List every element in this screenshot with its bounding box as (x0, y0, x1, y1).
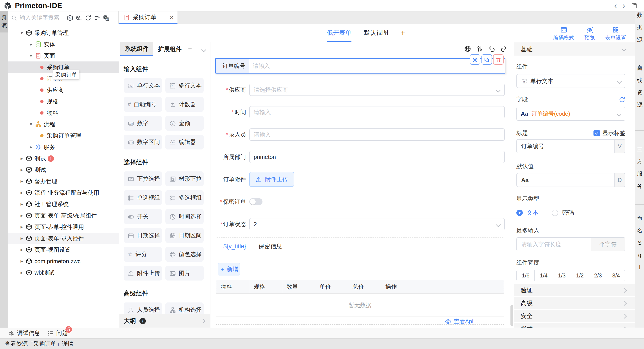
width-option-3-4[interactable]: 3/4 (607, 270, 625, 281)
caret-right-icon[interactable]: ▸ (19, 156, 24, 161)
palette-menu-icon[interactable] (188, 46, 192, 53)
right-strip-tab[interactable]: 三方服务 (635, 130, 644, 205)
search-input[interactable]: 输入关键字搜索 (11, 14, 66, 21)
palette-item[interactable]: ¥金额 (166, 116, 204, 131)
palette-item[interactable]: 多选框组 (166, 190, 204, 205)
caret-right-icon[interactable]: ▸ (19, 190, 24, 196)
caret-right-icon[interactable]: ▸ (19, 258, 24, 264)
palette-item[interactable]: 计数器 (166, 97, 204, 112)
tree-item[interactable]: 供应商 (8, 84, 119, 96)
tree-item[interactable]: 规格 (8, 96, 119, 107)
tree-item[interactable]: ▸wbl测试 (8, 267, 119, 278)
tree-item[interactable]: ▸服务 (8, 141, 119, 153)
component-select[interactable]: A 单行文本 (516, 74, 625, 88)
width-option-1-4[interactable]: 1/4 (535, 270, 553, 281)
caret-right-icon[interactable]: ▸ (19, 224, 24, 230)
text-input-control[interactable]: 请输入 (249, 59, 505, 73)
palette-item[interactable]: 开关 (124, 209, 162, 224)
radio-text[interactable]: 文本 (516, 209, 538, 217)
subform-container[interactable]: ${v_title}保密信息 ＋ 新增 物料规格数量单价总价操作 暂无数据 查看… (216, 238, 504, 325)
eye-scan-action-button[interactable]: 预览 (584, 26, 595, 41)
tree-item[interactable]: ▸测试! (8, 153, 119, 164)
outline-bar[interactable]: 大纲 i (119, 314, 210, 328)
trash-field-button[interactable] (493, 54, 504, 65)
width-option-1-2[interactable]: 1/2 (571, 270, 589, 281)
palette-item[interactable]: 图片 (166, 266, 204, 281)
palette-item[interactable]: 123数字 (124, 116, 162, 131)
palette-item[interactable]: A编辑器 (166, 135, 204, 149)
default-value-button[interactable]: D (614, 173, 625, 187)
form-field-input[interactable]: 订单编号请输入 (215, 58, 506, 73)
caret-right-icon[interactable]: ▸ (19, 247, 24, 253)
select-control[interactable]: 请选择供应商 (249, 84, 505, 96)
palette-item[interactable]: 下拉选择 (124, 171, 162, 186)
palette-item[interactable]: ☆评分 (124, 247, 162, 262)
props-section-collapsed[interactable]: 样式 (514, 323, 635, 328)
redo-button[interactable] (500, 45, 508, 52)
palette-item[interactable]: 附件上传 (124, 266, 162, 281)
gear-field-button[interactable] (470, 54, 480, 65)
upload-button[interactable]: 附件上传 (249, 172, 294, 187)
palette-item[interactable]: 单选框组 (124, 190, 162, 205)
palette-item[interactable]: 日期区间 (166, 228, 204, 243)
caret-right-icon[interactable]: ▸ (19, 236, 24, 241)
tree-item[interactable]: ▸督办管理 (8, 176, 119, 187)
props-section-collapsed[interactable]: 高级 (514, 297, 635, 309)
palette-item[interactable]: A单行文本 (124, 78, 162, 93)
palette-item[interactable]: 人员选择 (124, 303, 162, 314)
tree-item[interactable]: ▸页面-表单-高级/布局组件 (8, 210, 119, 221)
form-field-switch[interactable]: *保密订单 (216, 196, 505, 208)
tab-extension-components[interactable]: 扩展组件 (153, 42, 186, 56)
palette-item[interactable]: 时间选择 (166, 209, 204, 224)
props-section-collapsed[interactable]: 安全 (514, 310, 635, 322)
form-field-select[interactable]: *供应商请选择供应商 (216, 84, 505, 96)
undo-button[interactable] (488, 45, 495, 52)
view-tab-default[interactable]: 默认视图 (364, 24, 388, 42)
tree-item[interactable]: ▸社工管理系统 (8, 198, 119, 210)
save-icon[interactable] (631, 2, 638, 9)
text-input-control[interactable]: 请输入 (249, 128, 505, 141)
right-strip-tab[interactable]: 离线资源 (635, 42, 644, 131)
caret-right-icon[interactable]: ▸ (19, 167, 24, 173)
form-field-select[interactable]: *订单状态2 (216, 218, 505, 230)
nav-back-button[interactable]: ‹ (614, 2, 617, 10)
refresh-button[interactable] (84, 14, 92, 21)
sort-button[interactable] (94, 14, 100, 21)
outline-expand-icon[interactable] (201, 319, 206, 324)
default-value-input[interactable]: Aa (517, 173, 614, 187)
show-label-checkbox[interactable] (594, 130, 600, 136)
select-control[interactable]: 2 (249, 218, 505, 230)
globe-button[interactable] (464, 45, 471, 52)
width-option-1-6[interactable]: 1/6 (517, 270, 535, 281)
caret-right-icon[interactable]: ▸ (19, 201, 24, 207)
palette-item[interactable]: 1~3数字区间 (124, 135, 162, 149)
tree-item[interactable]: ▾采购订单管理 (8, 27, 119, 39)
width-option-2-3[interactable]: 2/3 (589, 270, 607, 281)
doc-tab-purchase-order[interactable]: 采购订单 × (118, 11, 178, 24)
translate-button[interactable]: En文 (102, 14, 110, 21)
canvas-scrollbar[interactable] (510, 305, 513, 326)
problems-tab[interactable]: 问题 5 (48, 329, 68, 337)
radio-password[interactable]: 密码 (552, 209, 574, 217)
palette-collapse-icon[interactable] (201, 47, 206, 52)
props-section-collapsed[interactable]: 验证 (514, 284, 635, 296)
title-input[interactable]: 订单编号 (517, 140, 614, 153)
palette-item[interactable]: A多行文本 (166, 78, 204, 93)
chevron-down-icon[interactable] (622, 46, 627, 51)
close-icon[interactable]: × (170, 13, 174, 21)
text-input-control[interactable]: 请输入 (249, 106, 505, 118)
copy-field-button[interactable] (482, 54, 492, 65)
field-select[interactable]: Aa 订单编号(code) (516, 107, 625, 121)
max-input-field[interactable]: 请输入字符长度 (517, 238, 591, 251)
caret-down-icon[interactable]: ▾ (19, 30, 24, 36)
form-field-input[interactable]: 所属部门primeton (216, 151, 505, 163)
grid-action-button[interactable]: 表单设置 (605, 26, 626, 41)
palette-item[interactable]: 树形下拉 (166, 171, 204, 186)
cube-plus-button[interactable] (76, 14, 82, 21)
tree-item[interactable]: ▸流程-业务流程配置与使用 (8, 187, 119, 198)
palette-item[interactable]: 日期选择 (124, 228, 162, 243)
palette-item[interactable]: 机构选择 (166, 303, 204, 314)
palette-item[interactable]: 颜色选择 (166, 247, 204, 262)
view-tab-active[interactable]: 低开表单 (327, 24, 352, 42)
caret-right-icon[interactable]: ▸ (19, 270, 24, 276)
